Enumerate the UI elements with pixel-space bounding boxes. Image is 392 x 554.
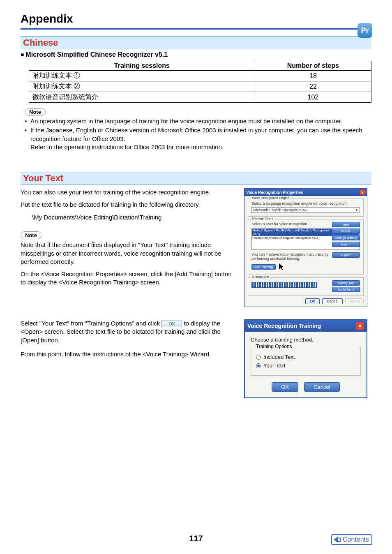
radio-icon [256,363,261,368]
apply-button: Apply [345,298,364,304]
training-path: \My Documents\Voice Editing\Dictation\Tr… [21,213,232,222]
dialog-title: Voice Recognition Training [247,323,321,329]
training-options-legend: Training Options [254,344,294,349]
your-text-note: Note that if the document files displaye… [21,241,232,266]
close-icon[interactable]: × [356,322,364,330]
chevron-down-icon: ▼ [355,208,358,212]
mic-legend: Microphone [251,275,270,279]
radio-included-text[interactable]: Included Text [256,354,355,360]
radio-icon [256,355,261,360]
engine-legend: Voice Recognition Engine [251,196,291,200]
session-cell: 微软语音识别系统简介 [29,92,255,103]
export-button[interactable]: Export [332,252,360,258]
note-item: If the Japanese, English or Chinese vers… [25,126,371,151]
close-icon[interactable]: × [360,189,365,195]
app-mode-icon: Pr [357,23,372,38]
radio-label: Included Text [263,354,295,360]
your-text-p3: On the <Voice Recognition Properties> sc… [21,270,232,287]
choose-method-label: Choose a training method. [251,337,361,343]
cancel-button[interactable]: Cancel [322,298,343,304]
delete-button[interactable]: Delete [332,229,360,234]
col-header-training: Training sessions [29,61,255,71]
import-button[interactable]: Import [332,242,360,247]
radio-your-text[interactable]: Your Text [256,362,355,369]
voice-recognition-training-dialog: Voice Recognition Training × Choose a tr… [244,319,367,398]
note-label: Note [21,231,42,240]
chinese-subheading: ■ Microsoft Simplified Chinese Recognize… [21,49,371,61]
steps-cell: 102 [255,92,371,103]
ok-button[interactable]: OK [272,382,298,392]
section-heading-your-text: Your Text [21,172,371,185]
audio-input-button[interactable]: Audio Input [332,287,360,292]
steps-cell: 18 [255,71,371,81]
your-text-p4: Select "Your Text" from "Training Option… [21,319,232,344]
table-row: 微软语音识别系统简介 102 [29,92,371,103]
ok-button[interactable]: OK [305,298,320,304]
cancel-button[interactable]: Cancel [304,382,339,392]
note-item: An operating system in the language of t… [25,117,371,125]
p4a: Select "Your Text" from "Training Option… [21,320,161,327]
table-row: 附加训练文本 ① 18 [29,71,371,81]
page-title: Appendix [21,12,371,30]
section-heading-chinese: Chinese [21,36,371,49]
col-header-steps: Number of steps [255,61,371,71]
radio-label: Your Text [263,362,286,369]
config-mic-button[interactable]: Config. Mic [332,280,360,286]
chinese-subheading-text: Microsoft Simplified Chinese Recognizer … [25,51,168,58]
square-icon [337,538,341,542]
ok-inline-icon: OK [161,321,182,327]
dialog-title: Voice Recognition Properties [246,190,303,195]
mic-level-indicator [251,282,317,288]
session-cell: 附加训练文本 ① [29,71,255,81]
contents-label: Contents [343,536,369,543]
your-text-p5: From this point, follow the instructions… [21,350,232,358]
steps-cell: 22 [255,81,371,92]
your-text-p2: Put the text file to be dictated for tra… [21,201,232,209]
note-label: Note [25,108,46,115]
engine-desc: Select a language recognition engine for… [251,201,360,205]
cursor-icon [277,262,286,271]
session-cell: 附加训练文本 ② [29,81,255,92]
contents-button[interactable]: Contents [331,534,372,545]
chinese-notes-list: An operating system in the language of t… [21,117,371,151]
your-text-p1: You can also use your text for training … [21,188,232,196]
training-sessions-table: Training sessions Number of steps 附加训练文本… [29,61,371,103]
add-training-button[interactable]: Add Training [251,264,276,270]
change-setting-button[interactable]: Change Setting [332,235,360,240]
engine-value: Microsoft English Recognizer v5.1 [253,208,309,212]
new-button[interactable]: New [332,222,360,227]
table-row: 附加训练文本 ② 22 [29,81,371,92]
engine-combo[interactable]: Microsoft English Recognizer v5.1 ▼ [251,207,360,213]
note-text: If the Japanese, English or Chinese vers… [30,127,362,142]
voice-recognition-properties-dialog: Voice Recognition Properties × Voice Rec… [244,188,367,307]
note-text: Refer to the operating instructions for … [25,143,224,151]
users-legend: Manage Users [251,217,274,220]
